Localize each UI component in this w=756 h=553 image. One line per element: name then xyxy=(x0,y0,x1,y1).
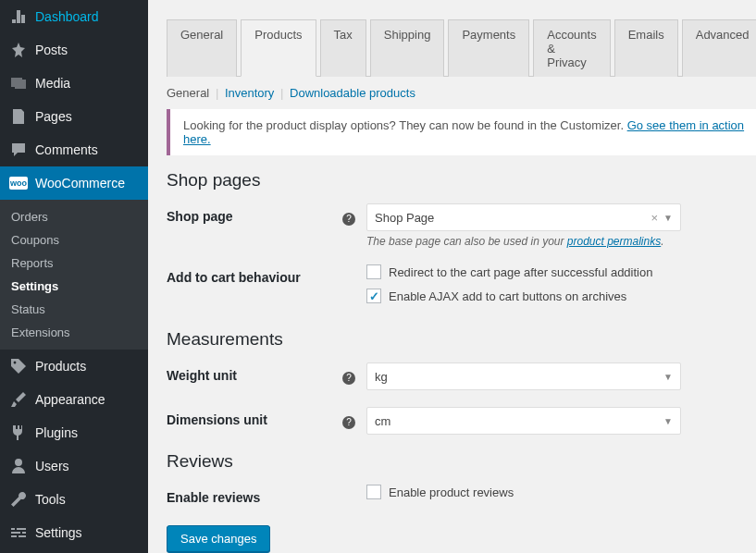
subtab-inventory[interactable]: Inventory xyxy=(225,86,274,100)
shop-page-value: Shop Page xyxy=(375,211,651,225)
tab-tax[interactable]: Tax xyxy=(320,19,366,77)
brush-icon xyxy=(9,390,28,409)
weight-unit-label: Weight unit xyxy=(167,363,342,383)
customizer-notice: Looking for the product display options?… xyxy=(167,109,756,155)
add-to-cart-label: Add to cart behaviour xyxy=(167,264,342,285)
sidebar-item-label: Media xyxy=(35,76,70,91)
settings-tabs: General Products Tax Shipping Payments A… xyxy=(167,18,756,77)
dimensions-unit-label: Dimensions unit xyxy=(167,407,342,427)
sidebar-item-label: Appearance xyxy=(35,392,105,407)
sidebar-item-settings[interactable]: Settings xyxy=(0,516,148,549)
measurements-heading: Measurements xyxy=(167,329,756,350)
submenu-item-reports[interactable]: Reports xyxy=(0,252,148,275)
sidebar-item-plugins[interactable]: Plugins xyxy=(0,416,148,449)
sidebar-item-label: Users xyxy=(35,459,69,473)
plug-icon xyxy=(9,424,28,442)
weight-unit-value: kg xyxy=(375,370,663,384)
shop-pages-heading: Shop pages xyxy=(167,170,756,190)
subtab-general[interactable]: General xyxy=(167,86,209,100)
sidebar-item-label: Products xyxy=(35,359,86,374)
sidebar-item-label: Tools xyxy=(35,492,66,507)
pin-icon xyxy=(9,41,28,59)
woocommerce-icon: woo xyxy=(9,174,28,192)
tab-general[interactable]: General xyxy=(167,19,237,77)
media-icon xyxy=(9,74,28,92)
sidebar-item-pages[interactable]: Pages xyxy=(0,100,148,133)
chevron-down-icon: ▼ xyxy=(663,213,673,223)
sidebar-item-label: Comments xyxy=(35,142,98,157)
dimensions-unit-value: cm xyxy=(375,414,663,428)
sidebar-item-comments[interactable]: Comments xyxy=(0,133,148,166)
help-icon[interactable]: ? xyxy=(342,372,355,385)
wrench-icon xyxy=(9,490,28,509)
sidebar-item-woocommerce[interactable]: woo WooCommerce xyxy=(0,166,148,200)
shop-page-label: Shop page xyxy=(167,203,342,224)
sidebar-item-label: Dashboard xyxy=(35,9,99,24)
sidebar-item-media[interactable]: Media xyxy=(0,67,148,100)
redirect-cart-label: Redirect to the cart page after successf… xyxy=(389,265,652,279)
tab-shipping[interactable]: Shipping xyxy=(370,19,445,77)
clear-icon[interactable]: × xyxy=(651,211,659,225)
help-icon[interactable]: ? xyxy=(342,416,355,429)
comment-icon xyxy=(9,141,28,159)
tab-advanced[interactable]: Advanced xyxy=(682,19,756,77)
tab-accounts-privacy[interactable]: Accounts & Privacy xyxy=(533,19,610,77)
weight-unit-select[interactable]: kg ▼ xyxy=(366,363,681,390)
sidebar-item-label: WooCommerce xyxy=(35,176,125,190)
permalinks-link[interactable]: product permalinks xyxy=(567,235,661,248)
user-icon xyxy=(9,457,28,475)
collapse-menu-button[interactable]: Collapse menu xyxy=(0,549,148,553)
main-content: General Products Tax Shipping Payments A… xyxy=(148,0,756,553)
chevron-down-icon: ▼ xyxy=(663,416,673,426)
chevron-down-icon: ▼ xyxy=(663,372,673,382)
sidebar-item-products[interactable]: Products xyxy=(0,350,148,383)
tab-emails[interactable]: Emails xyxy=(614,19,678,77)
sidebar-item-users[interactable]: Users xyxy=(0,449,148,483)
woocommerce-submenu: Orders Coupons Reports Settings Status E… xyxy=(0,200,148,350)
sliders-icon xyxy=(9,523,28,542)
submenu-item-settings[interactable]: Settings xyxy=(0,275,148,298)
sidebar-item-posts[interactable]: Posts xyxy=(0,33,148,67)
submenu-item-extensions[interactable]: Extensions xyxy=(0,321,148,344)
tab-payments[interactable]: Payments xyxy=(448,19,529,77)
subtab-downloadable[interactable]: Downloadable products xyxy=(290,86,415,100)
page-icon xyxy=(9,107,28,126)
sidebar-item-tools[interactable]: Tools xyxy=(0,483,148,516)
shop-page-select[interactable]: Shop Page × ▼ xyxy=(366,203,681,231)
submenu-item-coupons[interactable]: Coupons xyxy=(0,228,148,252)
sidebar-item-dashboard[interactable]: Dashboard xyxy=(0,0,148,33)
submenu-item-status[interactable]: Status xyxy=(0,298,148,321)
ajax-add-to-cart-label: Enable AJAX add to cart buttons on archi… xyxy=(389,289,626,303)
submenu-item-orders[interactable]: Orders xyxy=(0,205,148,228)
tag-icon xyxy=(9,357,28,375)
ajax-add-to-cart-checkbox[interactable] xyxy=(366,289,381,303)
save-changes-button[interactable]: Save changes xyxy=(167,525,270,552)
admin-sidebar: Dashboard Posts Media Pages Comments woo… xyxy=(0,0,148,553)
sidebar-item-appearance[interactable]: Appearance xyxy=(0,383,148,416)
enable-reviews-option-label: Enable product reviews xyxy=(389,485,514,499)
reviews-heading: Reviews xyxy=(167,451,756,472)
products-subtabs: General | Inventory | Downloadable produ… xyxy=(167,77,756,105)
shop-page-hint: The base page can also be used in your p… xyxy=(366,235,681,248)
notice-text: Looking for the product display options?… xyxy=(183,118,627,132)
enable-reviews-label: Enable reviews xyxy=(167,485,342,505)
tab-products[interactable]: Products xyxy=(241,19,316,77)
enable-reviews-checkbox[interactable] xyxy=(366,485,381,499)
redirect-cart-checkbox[interactable] xyxy=(366,264,381,279)
dimensions-unit-select[interactable]: cm ▼ xyxy=(366,407,681,435)
sidebar-item-label: Pages xyxy=(35,109,72,124)
sidebar-item-label: Posts xyxy=(35,43,68,57)
dashboard-icon xyxy=(9,7,28,26)
help-icon[interactable]: ? xyxy=(342,213,355,226)
sidebar-item-label: Plugins xyxy=(35,425,78,440)
sidebar-item-label: Settings xyxy=(35,525,82,540)
